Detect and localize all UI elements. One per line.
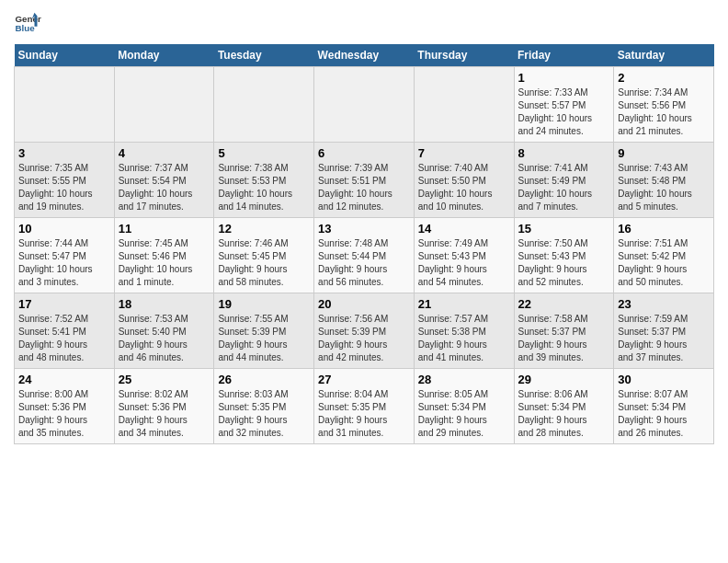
day-number: 15 [518, 222, 610, 236]
day-info: Sunrise: 7:39 AM Sunset: 5:51 PM Dayligh… [318, 162, 410, 213]
calendar-cell: 1Sunrise: 7:33 AM Sunset: 5:57 PM Daylig… [514, 67, 614, 143]
day-number: 29 [518, 373, 610, 386]
day-info: Sunrise: 7:57 AM Sunset: 5:38 PM Dayligh… [418, 313, 510, 364]
weekday-header: Saturday [614, 44, 714, 67]
day-number: 11 [119, 222, 210, 236]
day-number: 14 [418, 222, 510, 236]
day-info: Sunrise: 7:55 AM Sunset: 5:39 PM Dayligh… [218, 313, 310, 364]
page-header: General Blue [14, 9, 714, 37]
day-number: 3 [18, 146, 110, 160]
day-info: Sunrise: 7:58 AM Sunset: 5:37 PM Dayligh… [518, 313, 610, 364]
weekday-header-row: SundayMondayTuesdayWednesdayThursdayFrid… [15, 44, 714, 67]
weekday-header: Sunday [15, 44, 115, 67]
day-info: Sunrise: 7:43 AM Sunset: 5:48 PM Dayligh… [618, 162, 710, 213]
calendar-cell: 4Sunrise: 7:37 AM Sunset: 5:54 PM Daylig… [114, 143, 214, 218]
day-info: Sunrise: 7:49 AM Sunset: 5:43 PM Dayligh… [418, 237, 510, 289]
day-number: 4 [119, 146, 210, 160]
calendar-cell [214, 67, 314, 143]
calendar-week-row: 3Sunrise: 7:35 AM Sunset: 5:55 PM Daylig… [15, 143, 714, 218]
calendar-cell: 18Sunrise: 7:53 AM Sunset: 5:40 PM Dayli… [114, 293, 214, 369]
weekday-header: Friday [514, 44, 614, 67]
calendar-cell: 17Sunrise: 7:52 AM Sunset: 5:41 PM Dayli… [15, 293, 115, 369]
day-number: 9 [618, 146, 710, 160]
weekday-header: Tuesday [214, 44, 314, 67]
calendar-cell: 16Sunrise: 7:51 AM Sunset: 5:42 PM Dayli… [614, 218, 714, 293]
day-number: 7 [418, 146, 510, 160]
day-number: 26 [218, 373, 310, 386]
calendar-cell: 25Sunrise: 8:02 AM Sunset: 5:36 PM Dayli… [114, 369, 214, 444]
calendar-cell: 10Sunrise: 7:44 AM Sunset: 5:47 PM Dayli… [15, 218, 115, 293]
calendar-cell: 29Sunrise: 8:06 AM Sunset: 5:34 PM Dayli… [514, 369, 614, 444]
day-number: 13 [318, 222, 410, 236]
day-info: Sunrise: 7:38 AM Sunset: 5:53 PM Dayligh… [218, 162, 310, 213]
calendar-cell: 9Sunrise: 7:43 AM Sunset: 5:48 PM Daylig… [614, 143, 714, 218]
day-info: Sunrise: 7:34 AM Sunset: 5:56 PM Dayligh… [618, 86, 710, 138]
day-info: Sunrise: 8:02 AM Sunset: 5:36 PM Dayligh… [119, 388, 210, 440]
calendar-cell [314, 67, 415, 143]
calendar-cell [15, 67, 115, 143]
calendar-cell: 13Sunrise: 7:48 AM Sunset: 5:44 PM Dayli… [314, 218, 415, 293]
calendar-cell: 12Sunrise: 7:46 AM Sunset: 5:45 PM Dayli… [214, 218, 314, 293]
weekday-header: Wednesday [314, 44, 415, 67]
day-number: 2 [618, 71, 710, 85]
weekday-header: Monday [114, 44, 214, 67]
calendar-cell: 11Sunrise: 7:45 AM Sunset: 5:46 PM Dayli… [114, 218, 214, 293]
day-info: Sunrise: 8:05 AM Sunset: 5:34 PM Dayligh… [418, 388, 510, 440]
day-info: Sunrise: 7:53 AM Sunset: 5:40 PM Dayligh… [119, 313, 210, 364]
day-number: 8 [518, 146, 610, 160]
day-number: 17 [18, 297, 110, 311]
day-number: 27 [318, 373, 410, 386]
day-info: Sunrise: 8:00 AM Sunset: 5:36 PM Dayligh… [18, 388, 110, 440]
day-number: 16 [618, 222, 710, 236]
calendar-table: SundayMondayTuesdayWednesdayThursdayFrid… [14, 44, 714, 444]
day-number: 21 [418, 297, 510, 311]
calendar-week-row: 17Sunrise: 7:52 AM Sunset: 5:41 PM Dayli… [15, 293, 714, 369]
day-info: Sunrise: 7:35 AM Sunset: 5:55 PM Dayligh… [18, 162, 110, 213]
calendar-cell: 22Sunrise: 7:58 AM Sunset: 5:37 PM Dayli… [514, 293, 614, 369]
calendar-cell [114, 67, 214, 143]
calendar-cell: 15Sunrise: 7:50 AM Sunset: 5:43 PM Dayli… [514, 218, 614, 293]
day-number: 19 [218, 297, 310, 311]
logo-icon: General Blue [14, 9, 41, 37]
day-number: 28 [418, 373, 510, 386]
calendar-cell: 21Sunrise: 7:57 AM Sunset: 5:38 PM Dayli… [414, 293, 514, 369]
calendar-week-row: 1Sunrise: 7:33 AM Sunset: 5:57 PM Daylig… [15, 67, 714, 143]
day-number: 30 [618, 373, 710, 386]
day-info: Sunrise: 8:07 AM Sunset: 5:34 PM Dayligh… [618, 388, 710, 440]
calendar-cell: 8Sunrise: 7:41 AM Sunset: 5:49 PM Daylig… [514, 143, 614, 218]
calendar-cell: 24Sunrise: 8:00 AM Sunset: 5:36 PM Dayli… [15, 369, 115, 444]
day-info: Sunrise: 7:37 AM Sunset: 5:54 PM Dayligh… [119, 162, 210, 213]
day-info: Sunrise: 8:04 AM Sunset: 5:35 PM Dayligh… [318, 388, 410, 440]
logo: General Blue [14, 9, 47, 37]
calendar-cell: 23Sunrise: 7:59 AM Sunset: 5:37 PM Dayli… [614, 293, 714, 369]
day-number: 1 [518, 71, 610, 85]
calendar-cell [414, 67, 514, 143]
day-number: 10 [18, 222, 110, 236]
day-number: 23 [618, 297, 710, 311]
day-info: Sunrise: 7:33 AM Sunset: 5:57 PM Dayligh… [518, 86, 610, 138]
calendar-cell: 19Sunrise: 7:55 AM Sunset: 5:39 PM Dayli… [214, 293, 314, 369]
calendar-cell: 26Sunrise: 8:03 AM Sunset: 5:35 PM Dayli… [214, 369, 314, 444]
calendar-week-row: 24Sunrise: 8:00 AM Sunset: 5:36 PM Dayli… [15, 369, 714, 444]
weekday-header: Thursday [414, 44, 514, 67]
calendar-cell: 28Sunrise: 8:05 AM Sunset: 5:34 PM Dayli… [414, 369, 514, 444]
calendar-cell: 5Sunrise: 7:38 AM Sunset: 5:53 PM Daylig… [214, 143, 314, 218]
svg-text:Blue: Blue [16, 23, 36, 33]
calendar-cell: 20Sunrise: 7:56 AM Sunset: 5:39 PM Dayli… [314, 293, 415, 369]
calendar-cell: 30Sunrise: 8:07 AM Sunset: 5:34 PM Dayli… [614, 369, 714, 444]
calendar-cell: 14Sunrise: 7:49 AM Sunset: 5:43 PM Dayli… [414, 218, 514, 293]
day-number: 20 [318, 297, 410, 311]
day-info: Sunrise: 7:48 AM Sunset: 5:44 PM Dayligh… [318, 237, 410, 289]
day-number: 18 [119, 297, 210, 311]
day-info: Sunrise: 7:52 AM Sunset: 5:41 PM Dayligh… [18, 313, 110, 364]
calendar-cell: 3Sunrise: 7:35 AM Sunset: 5:55 PM Daylig… [15, 143, 115, 218]
day-info: Sunrise: 7:44 AM Sunset: 5:47 PM Dayligh… [18, 237, 110, 289]
day-number: 6 [318, 146, 410, 160]
day-number: 22 [518, 297, 610, 311]
day-info: Sunrise: 7:41 AM Sunset: 5:49 PM Dayligh… [518, 162, 610, 213]
calendar-cell: 27Sunrise: 8:04 AM Sunset: 5:35 PM Dayli… [314, 369, 415, 444]
day-info: Sunrise: 7:56 AM Sunset: 5:39 PM Dayligh… [318, 313, 410, 364]
page-container: General Blue SundayMondayTuesdayWednesda… [0, 0, 728, 454]
day-info: Sunrise: 7:45 AM Sunset: 5:46 PM Dayligh… [119, 237, 210, 289]
calendar-cell: 7Sunrise: 7:40 AM Sunset: 5:50 PM Daylig… [414, 143, 514, 218]
